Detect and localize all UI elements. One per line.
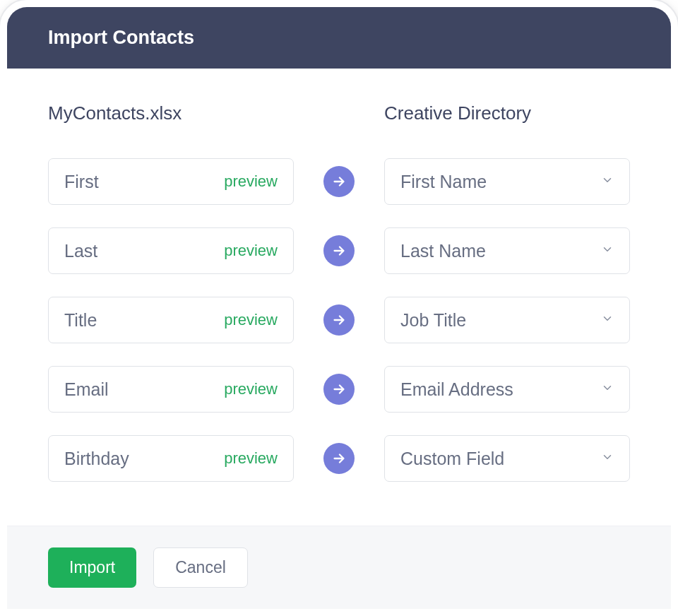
target-field-first-name[interactable]: First Name	[384, 158, 630, 205]
preview-link[interactable]: preview	[224, 311, 278, 329]
arrow-right-icon	[323, 374, 355, 405]
mapping-row: Last preview Last Name	[48, 227, 630, 274]
arrow-container	[294, 443, 384, 474]
target-field-label: First Name	[400, 172, 487, 192]
arrow-right-icon	[323, 166, 355, 197]
target-field-label: Last Name	[400, 241, 486, 261]
preview-link[interactable]: preview	[224, 380, 278, 398]
target-field-job-title[interactable]: Job Title	[384, 297, 630, 343]
source-field-label: Title	[64, 310, 97, 331]
arrow-right-icon	[323, 304, 355, 336]
chevron-down-icon	[601, 451, 614, 466]
modal-content: MyContacts.xlsx Creative Directory First…	[7, 69, 671, 526]
source-field-label: Last	[64, 241, 97, 261]
mapping-row: Email preview Email Address	[48, 366, 630, 413]
arrow-container	[294, 235, 384, 266]
columns-header-row: MyContacts.xlsx Creative Directory	[48, 102, 630, 124]
target-field-label: Custom Field	[400, 449, 504, 469]
target-field-label: Job Title	[400, 310, 466, 331]
target-field-last-name[interactable]: Last Name	[384, 227, 630, 274]
mapping-row: Title preview Job Title	[48, 297, 630, 343]
arrow-container	[294, 374, 384, 405]
target-field-email-address[interactable]: Email Address	[384, 366, 630, 413]
chevron-down-icon	[601, 174, 614, 189]
source-field-birthday: Birthday preview	[48, 435, 294, 482]
chevron-down-icon	[601, 312, 614, 328]
mapping-row: Birthday preview Custom Field	[48, 435, 630, 482]
source-field-label: First	[64, 172, 99, 192]
target-field-label: Email Address	[400, 379, 513, 400]
target-column-title: Creative Directory	[384, 102, 630, 124]
app-window: Import Contacts MyContacts.xlsx Creative…	[0, 0, 678, 616]
preview-link[interactable]: preview	[224, 449, 278, 468]
preview-link[interactable]: preview	[224, 172, 278, 191]
source-field-label: Birthday	[64, 449, 129, 469]
arrow-right-icon	[323, 443, 355, 474]
source-field-title: Title preview	[48, 297, 294, 343]
arrow-right-icon	[323, 235, 355, 266]
chevron-down-icon	[601, 381, 614, 397]
cancel-button[interactable]: Cancel	[153, 547, 248, 588]
import-button[interactable]: Import	[48, 547, 136, 588]
source-field-email: Email preview	[48, 366, 294, 413]
source-field-label: Email	[64, 379, 109, 400]
mapping-row: First preview First Name	[48, 158, 630, 205]
modal-title: Import Contacts	[48, 27, 630, 49]
arrow-container	[294, 166, 384, 197]
target-field-custom-field[interactable]: Custom Field	[384, 435, 630, 482]
preview-link[interactable]: preview	[224, 242, 278, 260]
modal-footer: Import Cancel	[7, 526, 671, 609]
modal-header: Import Contacts	[7, 7, 671, 69]
chevron-down-icon	[601, 243, 614, 259]
source-field-first: First preview	[48, 158, 294, 205]
source-field-last: Last preview	[48, 227, 294, 274]
source-column-title: MyContacts.xlsx	[48, 102, 294, 124]
arrow-container	[294, 304, 384, 336]
